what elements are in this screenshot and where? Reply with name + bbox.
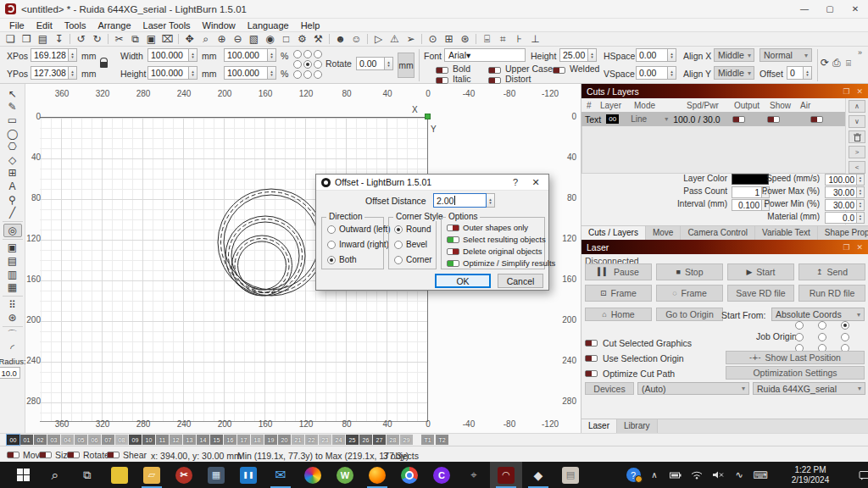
power-max-field-stepper[interactable]	[857, 186, 865, 198]
menu-laser-tools[interactable]: Laser Tools	[137, 20, 197, 30]
distribute-h-icon[interactable]: ⊦	[511, 32, 527, 46]
menu-language[interactable]: Language	[242, 20, 295, 30]
palette-swatch-27[interactable]: 27	[373, 435, 386, 445]
alignx-select[interactable]: Middle▾	[714, 48, 754, 62]
maximize-button[interactable]: ▢	[817, 0, 843, 19]
palette-swatch-23[interactable]: 23	[319, 435, 331, 445]
float-panel-icon[interactable]: ❐	[843, 87, 849, 96]
layer-row[interactable]: Text00Line▾100.0 / 30.0	[581, 112, 846, 126]
undo-icon[interactable]: ↺	[73, 32, 89, 46]
layer-delete-button[interactable]	[849, 130, 865, 143]
start-button[interactable]	[7, 462, 39, 488]
dock-left-icon[interactable]: ⌸	[479, 32, 495, 46]
devices-button[interactable]: Devices	[585, 382, 634, 395]
layer-up-button[interactable]: ∧	[849, 100, 865, 113]
alert-icon[interactable]: ⚠	[387, 32, 403, 46]
show-last-position-button[interactable]: -∔-Show Last Position	[726, 351, 865, 364]
layer-left-button[interactable]: <	[849, 161, 865, 174]
xpos-stepper[interactable]	[69, 48, 77, 62]
option-toggle-2[interactable]	[447, 248, 459, 255]
palette-swatch-09[interactable]: 09	[129, 435, 142, 445]
palette-swatch-20[interactable]: 20	[278, 435, 291, 445]
option-toggle-3[interactable]	[447, 260, 459, 267]
focus-icon[interactable]: ⌗	[495, 32, 511, 46]
float-panel-icon[interactable]: ❐	[843, 243, 849, 252]
tab-variable-text[interactable]: Variable Text	[755, 226, 818, 240]
radius-field[interactable]: 10.0	[0, 367, 20, 379]
font-select[interactable]: Arial▾	[444, 48, 526, 62]
home-button[interactable]: ⌂Home	[585, 308, 652, 321]
palette-swatch-00[interactable]: 00	[7, 435, 19, 445]
close-button[interactable]: ✕	[843, 0, 868, 19]
copy-icon[interactable]: ⧉	[127, 32, 143, 46]
rectangle-tool-icon[interactable]: ▭	[3, 114, 22, 127]
grid-array-tool-icon[interactable]: ⠿	[3, 298, 22, 312]
anchor-dot-8[interactable]	[314, 70, 322, 79]
tab-cuts-layers[interactable]: Cuts / Layers	[581, 226, 646, 240]
palette-swatch-28[interactable]: 28	[387, 435, 399, 445]
pass-count-field[interactable]: 1	[732, 186, 762, 198]
speed-field[interactable]: 100.00	[825, 174, 857, 186]
notifications-tray[interactable]	[848, 462, 868, 488]
dock-icon[interactable]: ⌸	[846, 58, 851, 69]
inkscape-app[interactable]: ◆	[522, 462, 554, 488]
material-field-stepper[interactable]	[857, 212, 865, 224]
tab-library[interactable]: Library	[617, 419, 658, 433]
palette-swatch-26[interactable]: 26	[359, 435, 372, 445]
print-cut-icon[interactable]: ⎙	[832, 57, 841, 69]
anchor-dot-0[interactable]	[293, 50, 302, 58]
palette-swatch-10[interactable]: 10	[142, 435, 155, 445]
menu-edit[interactable]: Edit	[31, 20, 58, 30]
palette-swatch-04[interactable]: 04	[61, 435, 74, 445]
dialog-close-button[interactable]: ✕	[525, 177, 547, 188]
font-height-field[interactable]: 25.00	[559, 48, 588, 62]
boolean-intersect-tool-icon[interactable]: ▥	[3, 268, 22, 281]
sticky-notes-app[interactable]	[103, 462, 136, 488]
close-panel-icon[interactable]: ✕	[856, 243, 863, 252]
anchor-dot-4[interactable]	[303, 60, 312, 69]
position-tool-icon[interactable]: ⚲	[3, 193, 22, 207]
task-view-button[interactable]: ⧉	[71, 462, 103, 488]
job-origin-4[interactable]	[818, 333, 826, 341]
delete-icon[interactable]: ⌧	[159, 32, 175, 46]
layer-right-button[interactable]: >	[849, 146, 865, 158]
start-button[interactable]: ▶Start	[727, 263, 794, 280]
distribute-v-icon[interactable]: ⊥	[527, 32, 543, 46]
font-height-stepper[interactable]	[588, 48, 597, 62]
menu-tools[interactable]: Tools	[58, 20, 92, 30]
hspace-stepper[interactable]	[668, 48, 676, 62]
palette-swatch-12[interactable]: 12	[170, 435, 182, 445]
device-auto-select[interactable]: (Auto)▾	[637, 382, 749, 395]
lightburn-app[interactable]: ◠	[490, 462, 522, 488]
width-stepper[interactable]	[189, 48, 198, 62]
mouse-app[interactable]: ⌖	[458, 462, 490, 488]
toolbar-overflow[interactable]: »	[858, 48, 862, 57]
anchor-dot-2[interactable]	[314, 50, 322, 58]
close-panel-icon[interactable]: ✕	[856, 87, 863, 96]
rotate-field[interactable]: 0.00	[356, 57, 385, 70]
power-min-field[interactable]: 30.00	[825, 199, 857, 211]
anchor-dot-6[interactable]	[293, 70, 302, 79]
anchor-dot-7[interactable]	[303, 70, 312, 79]
ellipse-tool-icon[interactable]: ◯	[3, 127, 22, 141]
palette-swatch-T1[interactable]: T1	[421, 435, 434, 445]
job-origin-2[interactable]	[841, 321, 849, 330]
text-offset-field[interactable]: 0	[787, 66, 804, 80]
offset-distance-field[interactable]: 2.00	[433, 193, 487, 208]
toggle-cut-selected-graphics[interactable]	[585, 340, 598, 347]
round-corner-tool-icon[interactable]: ⌒	[3, 329, 22, 342]
text-tool-icon[interactable]: A	[3, 180, 22, 193]
palette-swatch-14[interactable]: 14	[197, 435, 209, 445]
ok-button[interactable]: OK	[435, 274, 491, 288]
status-toggle-rotate[interactable]	[67, 452, 80, 458]
direction-radio-2[interactable]	[327, 256, 336, 264]
status-toggle-move[interactable]	[7, 452, 19, 458]
start-icon[interactable]: ▷	[370, 32, 387, 46]
interval-field[interactable]: 0.100	[732, 199, 762, 211]
search-button[interactable]: ⌕	[39, 462, 71, 488]
minimize-button[interactable]: —	[792, 0, 817, 19]
print-cut-icon[interactable]: ⊞	[441, 32, 457, 46]
status-toggle-size[interactable]	[39, 452, 52, 458]
palette-swatch-21[interactable]: 21	[292, 435, 304, 445]
dialog-titlebar[interactable]: Offset - LightBurn 1.5.01 ? ✕	[316, 175, 548, 191]
